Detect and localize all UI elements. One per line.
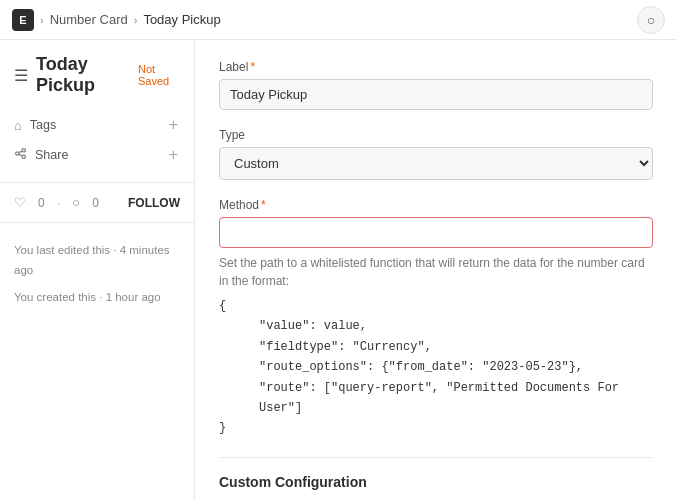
- page-title: Today Pickup: [36, 54, 126, 96]
- share-add-icon[interactable]: +: [169, 146, 178, 164]
- sidebar-likes-comments: ♡ 0 · ○ 0 FOLLOW: [0, 191, 194, 214]
- sidebar-divider-2: [0, 222, 194, 223]
- circle-icon: ○: [647, 12, 655, 28]
- type-select[interactable]: Custom Standard: [219, 147, 653, 180]
- content-area: Label* Type Custom Standard Method* Set …: [195, 40, 677, 500]
- method-field-group: Method* Set the path to a whitelisted fu…: [219, 198, 653, 439]
- code-line-4: "route_options": {"from_date": "2023-05-…: [219, 357, 653, 377]
- app-logo[interactable]: E: [12, 9, 34, 31]
- sidebar-meta: You last edited this · 4 minutes ago You…: [0, 231, 194, 318]
- svg-point-0: [22, 149, 25, 152]
- comment-count: 0: [92, 196, 99, 210]
- code-example: { "value": value, "fieldtype": "Currency…: [219, 296, 653, 439]
- sidebar-item-share[interactable]: Share +: [0, 140, 194, 170]
- tag-icon: ⌂: [14, 118, 22, 133]
- breadcrumb-separator-1: ›: [40, 14, 44, 26]
- svg-point-1: [16, 152, 19, 155]
- label-field-group: Label*: [219, 60, 653, 110]
- topbar: E › Number Card › Today Pickup ○: [0, 0, 677, 40]
- label-field-label: Label*: [219, 60, 653, 74]
- like-icon[interactable]: ♡: [14, 195, 26, 210]
- code-line-1: {: [219, 299, 226, 313]
- svg-line-3: [19, 151, 22, 153]
- sidebar-item-tags[interactable]: ⌂ Tags +: [0, 110, 194, 140]
- breadcrumb-separator-2: ›: [134, 14, 138, 26]
- sidebar: ☰ Today Pickup Not Saved ⌂ Tags +: [0, 40, 195, 500]
- method-input[interactable]: [219, 217, 653, 248]
- share-icon: [14, 147, 27, 163]
- page-title-row: ☰ Today Pickup Not Saved: [0, 40, 194, 106]
- last-edited-text: You last edited this · 4 minutes ago: [14, 241, 180, 280]
- hamburger-icon[interactable]: ☰: [14, 66, 28, 85]
- type-field-group: Type Custom Standard: [219, 128, 653, 180]
- svg-point-2: [22, 155, 25, 158]
- tags-add-icon[interactable]: +: [169, 116, 178, 134]
- label-input[interactable]: [219, 79, 653, 110]
- method-field-label: Method*: [219, 198, 653, 212]
- main-layout: ☰ Today Pickup Not Saved ⌂ Tags +: [0, 40, 677, 500]
- method-help-text: Set the path to a whitelisted function t…: [219, 254, 653, 290]
- sidebar-item-tags-label: Tags: [30, 118, 56, 132]
- follow-button[interactable]: FOLLOW: [128, 196, 180, 210]
- sidebar-divider: [0, 182, 194, 183]
- code-line-3: "fieldtype": "Currency",: [219, 337, 653, 357]
- not-saved-badge: Not Saved: [138, 63, 178, 87]
- custom-config-header: Custom Configuration: [219, 457, 653, 490]
- created-text: You created this · 1 hour ago: [14, 288, 180, 308]
- breadcrumb-number-card[interactable]: Number Card: [50, 12, 128, 27]
- breadcrumb-current: Today Pickup: [143, 12, 220, 27]
- like-count: 0: [38, 196, 45, 210]
- comment-icon[interactable]: ○: [72, 195, 80, 210]
- code-line-5: "route": ["query-report", "Permitted Doc…: [219, 378, 653, 419]
- code-line-6: }: [219, 421, 226, 435]
- svg-line-4: [19, 154, 22, 156]
- type-field-label: Type: [219, 128, 653, 142]
- sidebar-item-share-label: Share: [35, 148, 68, 162]
- sidebar-section-tags: ⌂ Tags + Share +: [0, 106, 194, 174]
- code-line-2: "value": value,: [219, 316, 653, 336]
- topbar-action-icon[interactable]: ○: [637, 6, 665, 34]
